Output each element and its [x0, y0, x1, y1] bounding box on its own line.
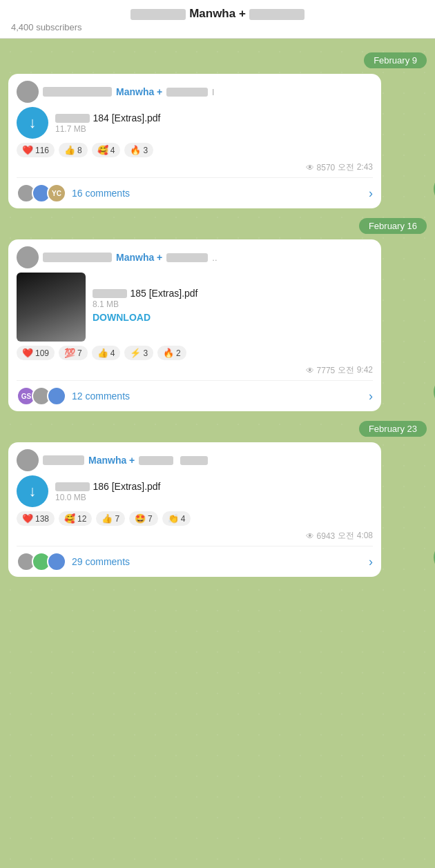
reaction-emoji: 🤩 [135, 513, 146, 524]
subscriber-count: 4,400 subscribers [11, 22, 424, 32]
download-btn-1[interactable]: ↓ [17, 107, 48, 139]
views-icon-1: 👁 [306, 163, 314, 172]
download-btn-3[interactable]: ↓ [17, 475, 48, 507]
file-info-1: 184 [Extras].pdf 11.7 MB [55, 112, 161, 134]
reaction-love-1[interactable]: 🥰 4 [92, 143, 121, 157]
reactions-3: ❤️ 138 🥰 12 👍 7 🤩 7 👏 4 [17, 511, 373, 526]
reaction-emoji: 👍 [97, 348, 108, 358]
file-size-1: 11.7 MB [55, 124, 161, 134]
title-text: Manwha + [189, 7, 246, 20]
msg-tail-1: l [212, 87, 214, 97]
chat-area: February 9 Manwha + l ↓ 184 [Extras].pdf [0, 39, 435, 593]
comment-avatar-2c [47, 386, 66, 406]
reaction-emoji: 👍 [64, 145, 75, 155]
message-card-2: Manwha + .. 185 [Extras].pdf 8.1 MB DOWN… [8, 239, 381, 411]
download-arrow-icon-1: ↓ [29, 115, 37, 130]
comments-row-1[interactable]: YC 16 comments › [17, 177, 373, 208]
reaction-emoji: 👍 [102, 513, 113, 524]
reaction-thumbs-1[interactable]: 👍 8 [59, 143, 88, 157]
reaction-count: 8 [77, 146, 82, 155]
comment-avatar-1c: YC [47, 184, 66, 203]
file-name-1: 184 [Extras].pdf [93, 112, 160, 124]
reaction-fire-2[interactable]: 🔥 2 [157, 346, 186, 360]
file-name-2: 185 [Extras].pdf [130, 288, 197, 299]
message-card-1: Manwha + l ↓ 184 [Extras].pdf 11.7 MB [8, 74, 381, 208]
time-2: 오전 9:42 [338, 364, 373, 376]
file-info-3: 186 [Extras].pdf 10.0 MB [55, 480, 161, 502]
date-badge-feb9: February 9 [8, 52, 427, 68]
reaction-emoji: 💯 [64, 348, 75, 358]
reaction-heart-3[interactable]: ❤️ 138 [17, 511, 55, 526]
message-3: Manwha + ↓ 186 [Extras].pdf 10.0 MB [8, 442, 427, 577]
msg-tail-2: .. [212, 253, 217, 263]
reaction-emoji: ❤️ [22, 348, 33, 358]
meta-row-1: 👁 8570 오전 2:43 [17, 160, 373, 177]
file-name-blur-2: 185 [Extras].pdf [93, 287, 198, 299]
reaction-emoji: 👏 [168, 513, 179, 524]
time-1: 오전 2:43 [338, 161, 373, 173]
reaction-emoji: 🥰 [97, 145, 108, 155]
reaction-count: 4 [110, 146, 115, 155]
sender-extra-1 [166, 88, 208, 97]
time-3: 오전 4:08 [338, 530, 373, 542]
sender-extra-2 [166, 253, 208, 262]
reaction-fire-1[interactable]: 🔥 3 [124, 143, 153, 157]
views-count-3: 6943 [317, 531, 336, 541]
sender-row-3: Manwha + [17, 449, 373, 471]
views-icon-3: 👁 [306, 531, 314, 541]
avatar-2 [17, 246, 39, 268]
chevron-right-icon-3: › [369, 555, 373, 569]
comment-avatars-2: GS [17, 386, 66, 406]
reaction-count: 2 [176, 348, 181, 358]
chevron-right-icon-2: › [369, 389, 373, 404]
reaction-thumbs-3[interactable]: 👍 7 [96, 511, 125, 526]
reaction-count: 7 [115, 514, 119, 524]
reaction-star-3[interactable]: 🤩 7 [129, 511, 158, 526]
reaction-count: 7 [148, 514, 153, 524]
reaction-love-3[interactable]: 🥰 12 [59, 511, 92, 526]
sender-name-1: Manwha + [116, 86, 162, 97]
views-count-2: 7775 [317, 366, 336, 375]
reaction-thumbs-2[interactable]: 👍 4 [92, 346, 121, 360]
comment-count-2: 12 comments [72, 391, 363, 402]
reaction-emoji: ❤️ [22, 513, 33, 524]
comments-row-2[interactable]: GS 12 comments › [17, 380, 373, 411]
reaction-count: 138 [35, 514, 49, 524]
reaction-emoji: 🔥 [130, 145, 141, 155]
reaction-zap-2[interactable]: ⚡ 3 [124, 346, 153, 360]
meta-row-2: 👁 7775 오전 9:42 [17, 363, 373, 380]
comments-row-3[interactable]: 29 comments › [17, 546, 373, 577]
sender-name-3: Manwha + [88, 455, 135, 466]
reaction-count: 12 [77, 514, 86, 524]
download-arrow-icon-3: ↓ [29, 484, 37, 499]
comment-count-1: 16 comments [72, 188, 363, 199]
reaction-heart-1[interactable]: ❤️ 116 [17, 143, 55, 157]
file-size-2: 8.1 MB [93, 299, 198, 309]
views-count-1: 8570 [317, 163, 336, 172]
reactions-2: ❤️ 109 💯 7 👍 4 ⚡ 3 🔥 2 [17, 346, 373, 360]
sender-name-2: Manwha + [116, 252, 162, 263]
reaction-count: 116 [35, 146, 49, 155]
reaction-heart-2[interactable]: ❤️ 109 [17, 346, 55, 360]
sender-row-2: Manwha + .. [17, 246, 373, 268]
header: Manwha + 4,400 subscribers [0, 0, 435, 39]
file-info-2: 185 [Extras].pdf 8.1 MB DOWNLOAD [93, 287, 198, 327]
comment-avatars-1: YC [17, 184, 66, 203]
reaction-emoji: ❤️ [22, 145, 33, 155]
avatar-1 [17, 81, 39, 103]
reaction-emoji: 🔥 [163, 348, 174, 358]
sender-blur-1 [43, 87, 112, 97]
sender-blur-3c [180, 456, 208, 465]
reaction-100-2[interactable]: 💯 7 [59, 346, 88, 360]
file-name-3: 186 [Extras].pdf [93, 481, 160, 492]
message-1: Manwha + l ↓ 184 [Extras].pdf 11.7 MB [8, 74, 427, 208]
reaction-emoji: 🥰 [64, 513, 75, 524]
reaction-count: 109 [35, 348, 49, 358]
reaction-count: 3 [143, 146, 148, 155]
reaction-clap-3[interactable]: 👏 4 [162, 511, 191, 526]
file-name-blur-1: 184 [Extras].pdf [55, 112, 161, 124]
file-row-2: 185 [Extras].pdf 8.1 MB DOWNLOAD [17, 273, 373, 342]
download-link-2[interactable]: DOWNLOAD [93, 312, 198, 323]
chevron-right-icon-1: › [369, 186, 373, 201]
reaction-count: 7 [77, 348, 82, 358]
